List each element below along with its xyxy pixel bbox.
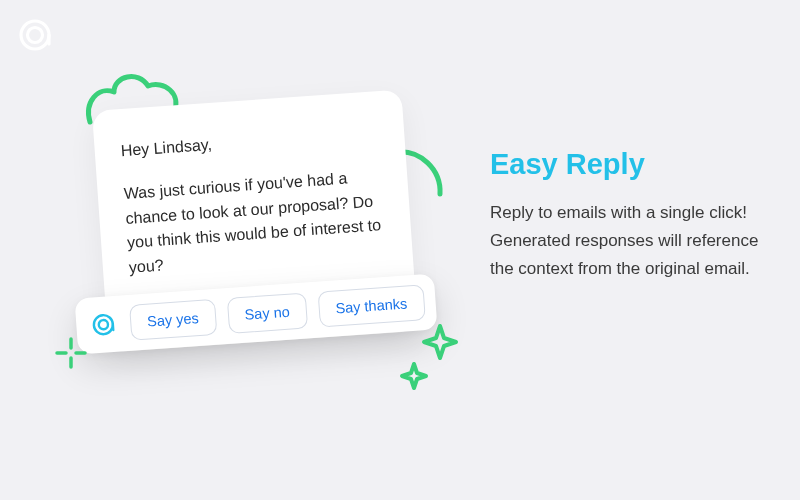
say-thanks-button[interactable]: Say thanks xyxy=(317,284,425,327)
svg-point-2 xyxy=(93,315,113,335)
svg-point-1 xyxy=(28,28,43,43)
svg-point-3 xyxy=(98,320,108,330)
email-greeting: Hey Lindsay, xyxy=(120,121,379,164)
email-body: Was just curious if you've had a chance … xyxy=(123,164,387,281)
promo-description: Reply to emails with a single click! Gen… xyxy=(490,199,760,283)
promo-pane: Easy Reply Reply to emails with a single… xyxy=(490,148,760,283)
illustration-stage: Hey Lindsay, Was just curious if you've … xyxy=(60,70,440,390)
say-no-button[interactable]: Say no xyxy=(226,293,307,334)
app-badge-icon xyxy=(87,309,119,341)
svg-point-0 xyxy=(21,21,49,49)
say-yes-button[interactable]: Say yes xyxy=(129,299,217,341)
promo-title: Easy Reply xyxy=(490,148,760,181)
app-logo-icon xyxy=(14,14,56,60)
